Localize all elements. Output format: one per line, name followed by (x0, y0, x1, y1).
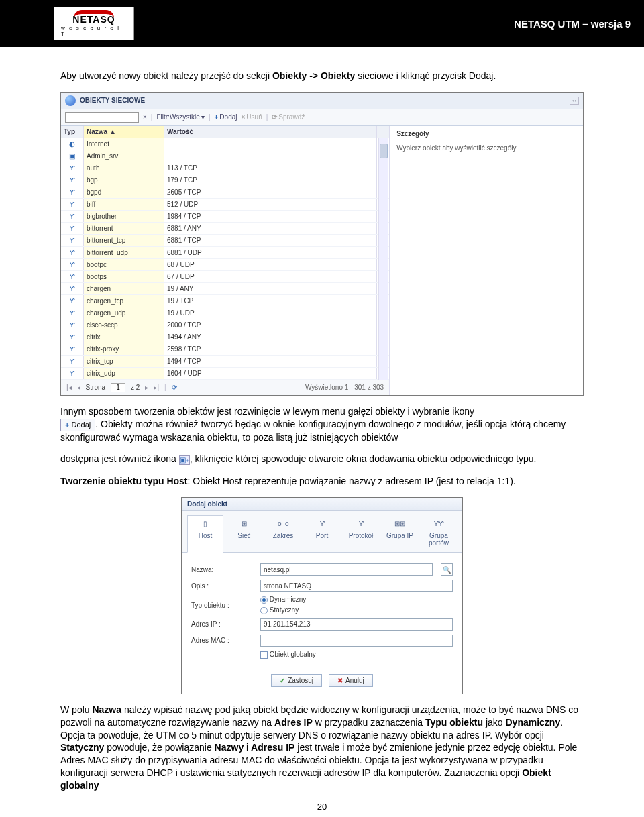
last-page-button[interactable]: ▸| (154, 384, 159, 391)
opis-input[interactable]: strona NETASQ (260, 580, 453, 592)
radio-dynamiczny[interactable] (260, 596, 268, 604)
tab-sieć[interactable]: ⊞Sieć (226, 515, 262, 552)
table-row[interactable]: Ƴbgpd2605 / TCP (61, 186, 389, 199)
row-type-icon: Ƴ (70, 297, 74, 305)
screenshot-dialog: Dodaj obiekt ▯Host⊞Siećo_oZakresƳPortƳ̣P… (181, 497, 463, 694)
adresip-input[interactable]: 91.201.154.213 (260, 618, 453, 631)
row-name: Admin_srv (84, 150, 164, 162)
apply-button[interactable]: ✓Zastosuj (271, 674, 322, 687)
clear-icon[interactable]: × (143, 113, 147, 121)
details-heading: Szczegóły (396, 130, 576, 140)
nazwa-input[interactable]: netasq.pl (260, 563, 433, 576)
para-4: Tworzenie obiektu typu Host: Obiekt Host… (60, 475, 584, 488)
row-type-icon: Ƴ (70, 370, 74, 377)
screenshot-grid: OBIEKTY SIECIOWE ↔ × | Filtr:Wszystkie▾ … (60, 92, 584, 396)
global-checkbox[interactable] (260, 651, 268, 659)
table-row[interactable]: Ƴcitrix_tcp1494 / TCP (61, 356, 389, 368)
row-name: bittorrent_udp (84, 247, 164, 258)
scrollbar[interactable] (378, 138, 388, 380)
delete-button[interactable]: ×Usuń (241, 113, 262, 121)
row-name: biff (84, 199, 164, 210)
add-button[interactable]: +Dodaj (215, 113, 237, 121)
table-row[interactable]: Ƴbootps67 / UDP (61, 271, 389, 283)
tab-port[interactable]: ƳPort (304, 515, 340, 552)
row-name: bgpd (84, 186, 164, 198)
para-3: dostępna jest również ikona ▣₊, kliknięc… (60, 453, 584, 466)
refresh-icon[interactable]: ⟳ (172, 384, 177, 391)
tab-label: Protokół (349, 532, 374, 539)
grid-header: Typ Nazwa ▲ Wartość (61, 126, 389, 138)
table-row[interactable]: Ƴcitrix1494 / ANY (61, 331, 389, 343)
row-value: 6881 / TCP (164, 235, 377, 246)
table-row[interactable]: Ƴbootpc68 / UDP (61, 259, 389, 271)
table-row[interactable]: Ƴcitrix_udp1604 / UDP (61, 368, 389, 380)
sort-asc-icon: ▲ (109, 128, 116, 135)
row-name: bittorrent (84, 223, 164, 234)
t: Dodaj (72, 421, 91, 429)
table-row[interactable]: Ƴbiff512 / UDP (61, 199, 389, 211)
check-button[interactable]: ⟳Sprawdź (272, 113, 305, 121)
para-intro: Aby utworzyć nowy obiekt należy przejść … (60, 70, 584, 83)
typ-label: Typ obiektu : (191, 602, 255, 609)
tab-grupa-portów[interactable]: ƳƳGrupa portów (421, 515, 457, 552)
table-row[interactable]: Ƴbittorrent_tcp6881 / TCP (61, 235, 389, 247)
expand-icon[interactable]: ↔ (570, 97, 579, 105)
table-row[interactable]: Ƴchargen_tcp19 / TCP (61, 295, 389, 307)
page-input[interactable] (111, 383, 125, 392)
tab-icon: ƳƳ (433, 520, 444, 529)
tab-protokół[interactable]: Ƴ̣Protokół (343, 515, 379, 552)
table-row[interactable]: Ƴbigbrother1984 / TCP (61, 211, 389, 223)
scroll-thumb[interactable] (380, 144, 388, 158)
page-header: NETASQ w e s e c u r e I T NETASQ UTM – … (0, 0, 644, 47)
tab-icon: Ƴ̣ (356, 520, 366, 529)
cancel-button[interactable]: ✖Anuluj (329, 674, 373, 687)
table-row[interactable]: ◐Internet (61, 138, 389, 150)
page-number: 20 (60, 802, 584, 812)
table-row[interactable]: Ƴbittorrent6881 / ANY (61, 223, 389, 235)
col-wartosc[interactable]: Wartość (164, 126, 377, 138)
filter-dropdown[interactable]: Filtr:Wszystkie▾ (156, 113, 204, 121)
tab-icon: o_o (278, 520, 288, 529)
row-value: 512 / UDP (164, 199, 377, 210)
adresmac-input[interactable] (260, 635, 453, 647)
next-page-button[interactable]: ▸ (145, 384, 148, 391)
row-type-icon: Ƴ (70, 358, 74, 365)
row-type-icon: Ƴ (70, 345, 74, 353)
table-row[interactable]: Ƴcisco-sccp2000 / TCP (61, 319, 389, 331)
row-type-icon: Ƴ (70, 249, 74, 256)
table-row[interactable]: Ƴchargen19 / ANY (61, 283, 389, 295)
row-type-icon: Ƴ (70, 285, 74, 292)
adresip-label: Adres IP : (191, 620, 255, 628)
row-name: citrix (84, 331, 164, 343)
row-value: 19 / TCP (164, 295, 377, 307)
t-bold: Obiekty -> Obiekty (272, 70, 355, 81)
tab-grupa-ip[interactable]: ⊞⊞Grupa IP (382, 515, 418, 552)
table-row[interactable]: Ƴbgp179 / TCP (61, 174, 389, 186)
table-row[interactable]: Ƴchargen_udp19 / UDP (61, 307, 389, 319)
table-row[interactable]: Ƴauth113 / TCP (61, 162, 389, 174)
tab-host[interactable]: ▯Host (187, 515, 223, 553)
details-panel: Szczegóły Wybierz obiekt aby wyświetlić … (390, 126, 583, 395)
search-input[interactable] (65, 112, 139, 123)
adresmac-label: Adres MAC : (191, 637, 255, 644)
table-row[interactable]: Ƴcitrix-proxy2598 / TCP (61, 343, 389, 356)
radio-statyczny[interactable] (260, 607, 268, 614)
row-name: auth (84, 162, 164, 174)
tab-icon: ⊞ (239, 520, 250, 529)
grid-left: Typ Nazwa ▲ Wartość ◐Internet▣Admin_srvƳ… (61, 126, 390, 395)
tab-zakres[interactable]: o_oZakres (265, 515, 301, 552)
row-value: 6881 / UDP (164, 247, 377, 258)
table-row[interactable]: Ƴbittorrent_udp6881 / UDP (61, 247, 389, 259)
pager-of: z 2 (131, 384, 140, 391)
check-icon: ✓ (280, 677, 285, 684)
row-value: 68 / UDP (164, 259, 377, 270)
row-type-icon: Ƴ (70, 333, 74, 341)
pager-count: Wyświetlono 1 - 301 z 303 (305, 384, 384, 391)
grid-rows: ◐Internet▣Admin_srvƳauth113 / TCPƳbgp179… (61, 138, 389, 380)
table-row[interactable]: ▣Admin_srv (61, 150, 389, 162)
prev-page-button[interactable]: ◂ (77, 384, 80, 391)
first-page-button[interactable]: |◂ (66, 384, 72, 391)
lookup-icon[interactable]: 🔍 (441, 563, 453, 576)
col-nazwa[interactable]: Nazwa ▲ (84, 126, 164, 138)
col-typ[interactable]: Typ (61, 126, 84, 138)
